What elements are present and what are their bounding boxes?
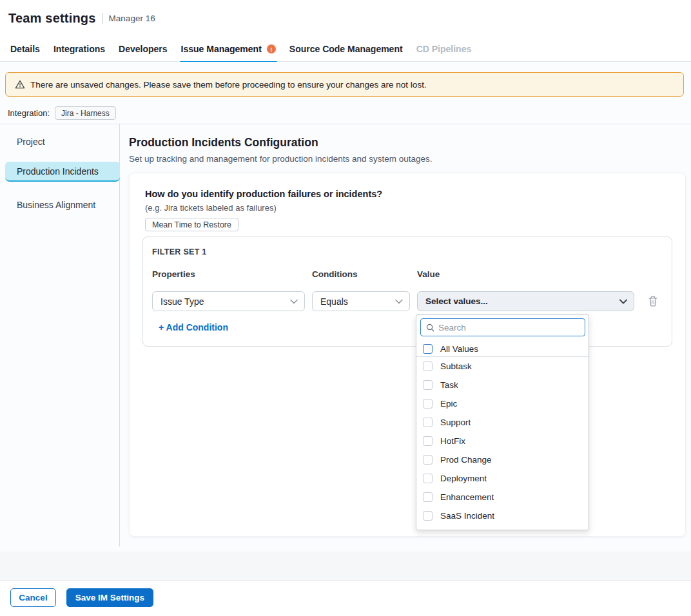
option-epic[interactable]: Epic xyxy=(416,394,589,413)
column-label-conditions: Conditions xyxy=(312,269,358,279)
page-title: Team settings xyxy=(8,11,96,26)
unsaved-changes-banner: There are unsaved changes. Please save t… xyxy=(5,72,684,97)
filter-set-title: FILTER SET 1 xyxy=(152,247,207,256)
option-label: Task xyxy=(440,380,458,390)
question-hint: (e.g. Jira tickets labeled as failures) xyxy=(145,203,277,213)
save-im-settings-button[interactable]: Save IM Settings xyxy=(66,588,153,607)
integration-chip[interactable]: Jira - Harness xyxy=(55,106,116,120)
option-hotfix[interactable]: HotFix xyxy=(416,432,589,450)
integration-label: Integration: xyxy=(8,108,50,118)
sidebar-divider xyxy=(119,124,120,546)
delete-filter-icon[interactable] xyxy=(647,295,659,307)
sidebar-item-production-incidents[interactable]: Production Incidents xyxy=(5,162,120,182)
option-label: SaaS Incident xyxy=(440,511,494,521)
value-multiselect-trigger[interactable]: Select values... xyxy=(417,291,634,311)
settings-tabbar: Details Integrations Developers Issue Ma… xyxy=(0,37,691,62)
select-all-option[interactable]: All Values xyxy=(416,341,589,356)
option-label: Customer Notification xyxy=(440,530,523,530)
option-prod-change[interactable]: Prod Change xyxy=(416,450,589,469)
tab-label: Source Code Management xyxy=(289,44,403,54)
banner-text: There are unsaved changes. Please save t… xyxy=(30,80,427,90)
search-input[interactable] xyxy=(438,323,585,332)
option-customer-notification[interactable]: Customer Notification xyxy=(416,525,589,530)
page-header: Team settings Manager 16 xyxy=(0,0,691,37)
horizontal-divider xyxy=(0,124,691,124)
warning-triangle-icon xyxy=(15,79,25,90)
tab-label: Details xyxy=(10,44,40,54)
option-saas-incident[interactable]: SaaS Incident xyxy=(416,506,589,525)
page-footer: Cancel Save IM Settings xyxy=(0,581,691,616)
dropdown-search xyxy=(420,318,585,336)
chevron-down-icon xyxy=(395,299,403,304)
tab-developers[interactable]: Developers xyxy=(119,37,167,62)
column-label-properties: Properties xyxy=(152,269,195,279)
option-subtask[interactable]: Subtask xyxy=(416,357,589,376)
tab-source-code-management[interactable]: Source Code Management xyxy=(289,37,403,62)
all-values-checkbox[interactable] xyxy=(423,344,433,354)
option-label: HotFix xyxy=(440,436,465,446)
add-condition-button[interactable]: + Add Condition xyxy=(159,322,228,332)
condition-select-value: Equals xyxy=(320,296,348,307)
team-settings-page: Team settings Manager 16 Details Integra… xyxy=(0,0,691,616)
column-label-value: Value xyxy=(417,269,440,279)
metric-chip-mean-time-to-restore[interactable]: Mean Time to Restore xyxy=(145,218,238,231)
section-title: Production Incidents Configuration xyxy=(129,136,318,149)
incidents-config-card: How do you identify production failures … xyxy=(129,173,686,537)
checkbox[interactable] xyxy=(423,361,433,371)
dropdown-option-list: Subtask Task Epic Support HotFix Prod Ch… xyxy=(416,357,589,530)
cancel-button[interactable]: Cancel xyxy=(10,588,56,607)
option-label: Epic xyxy=(440,399,457,409)
property-select-value: Issue Type xyxy=(161,296,204,307)
question-heading: How do you identify production failures … xyxy=(145,189,382,199)
tab-label: Integrations xyxy=(54,44,105,54)
bottom-strip xyxy=(0,552,691,581)
tab-integrations[interactable]: Integrations xyxy=(54,37,105,62)
unsaved-changes-badge-icon: ! xyxy=(267,44,276,53)
sidebar-item-business-alignment[interactable]: Business Alignment xyxy=(5,195,120,215)
chevron-down-icon xyxy=(619,299,627,304)
checkbox[interactable] xyxy=(423,530,433,530)
checkbox[interactable] xyxy=(423,492,433,502)
value-multiselect-dropdown: All Values Subtask Task Epic Support Hot… xyxy=(416,314,589,530)
tab-issue-management[interactable]: Issue Management ! xyxy=(181,37,276,62)
checkbox[interactable] xyxy=(423,436,433,446)
tab-label: Issue Management xyxy=(181,44,262,54)
all-values-label: All Values xyxy=(440,344,478,354)
option-label: Prod Change xyxy=(440,455,492,465)
option-label: Support xyxy=(440,418,471,427)
sidebar-item-project[interactable]: Project xyxy=(5,131,120,151)
option-enhancement[interactable]: Enhancement xyxy=(416,488,589,506)
team-name: Manager 16 xyxy=(109,14,155,23)
filter-set-1: FILTER SET 1 Properties Conditions Value… xyxy=(142,236,672,347)
option-label: Enhancement xyxy=(440,492,494,502)
checkbox[interactable] xyxy=(423,380,433,390)
tab-details[interactable]: Details xyxy=(10,37,40,62)
option-support[interactable]: Support xyxy=(416,413,589,432)
checkbox[interactable] xyxy=(423,474,433,483)
condition-select[interactable]: Equals xyxy=(312,291,410,311)
option-label: Subtask xyxy=(440,361,472,371)
checkbox[interactable] xyxy=(423,399,433,409)
tab-label: Developers xyxy=(119,44,167,54)
tab-label: CD Pipelines xyxy=(416,44,472,54)
option-label: Deployment xyxy=(440,474,487,483)
integration-row: Integration: Jira - Harness xyxy=(8,106,116,120)
section-subtitle: Set up tracking and management for produ… xyxy=(129,154,433,164)
property-select[interactable]: Issue Type xyxy=(152,291,305,311)
option-task[interactable]: Task xyxy=(416,376,589,394)
value-multiselect-placeholder: Select values... xyxy=(425,296,488,306)
chevron-down-icon xyxy=(290,299,298,304)
tab-cd-pipelines: CD Pipelines xyxy=(416,37,472,62)
checkbox[interactable] xyxy=(423,418,433,427)
checkbox[interactable] xyxy=(423,455,433,465)
search-icon xyxy=(426,323,434,332)
checkbox[interactable] xyxy=(423,511,433,521)
option-deployment[interactable]: Deployment xyxy=(416,469,589,488)
title-separator xyxy=(102,13,103,24)
